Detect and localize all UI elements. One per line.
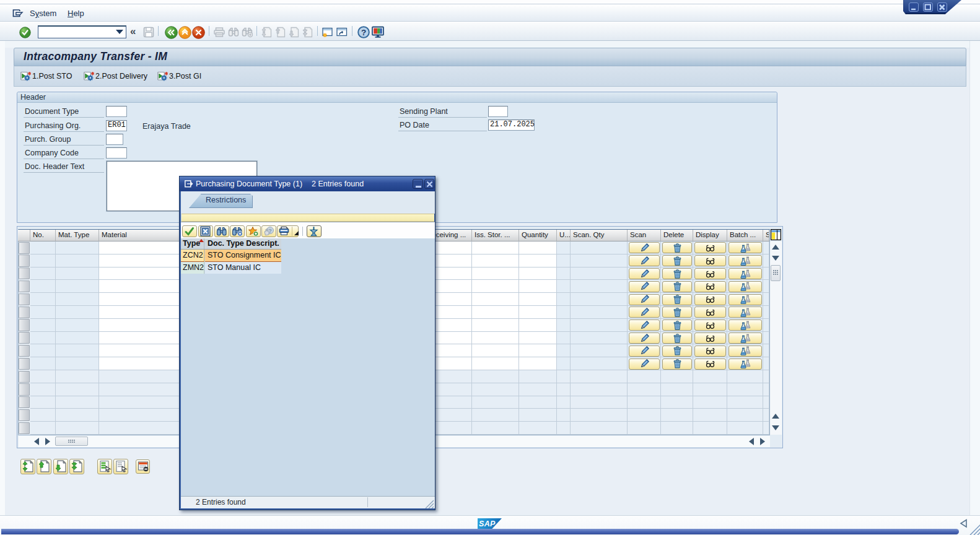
svg-text:?: ? bbox=[361, 28, 366, 37]
